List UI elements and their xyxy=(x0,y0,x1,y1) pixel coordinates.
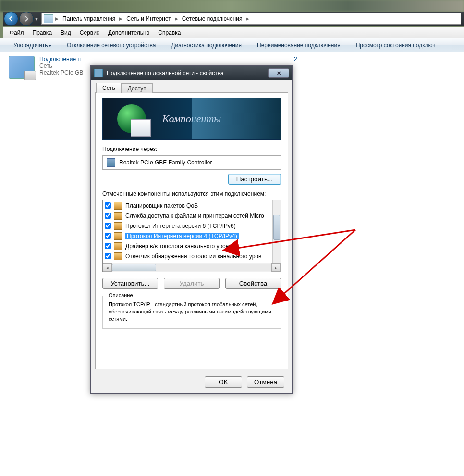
menu-advanced[interactable]: Дополнительно xyxy=(104,28,153,37)
checklist-icon xyxy=(131,119,151,137)
nav-history-dropdown[interactable]: ▾ xyxy=(34,12,39,25)
address-bar[interactable]: ▶ Панель управления ▶ Сеть и Интернет ▶ … xyxy=(41,13,461,25)
description-text: Протокол TCP/IP - стандартный протокол г… xyxy=(109,301,275,323)
connection-name: Подключение п xyxy=(39,56,83,63)
dialog-title: Подключение по локальной сети - свойства xyxy=(107,70,264,76)
protocol-icon xyxy=(114,222,122,230)
protocol-icon xyxy=(114,252,122,260)
component-checkbox[interactable] xyxy=(105,233,111,239)
component-checkbox[interactable] xyxy=(105,243,111,249)
menu-bar: Файл Правка Вид Сервис Дополнительно Спр… xyxy=(3,27,464,38)
back-button[interactable] xyxy=(4,12,18,26)
dialog-body: Сеть Доступ Компоненты Подключение через… xyxy=(91,80,292,393)
components-label: Отмеченные компоненты используются этим … xyxy=(102,190,275,197)
component-checkbox[interactable] xyxy=(105,223,111,229)
chevron-right-icon[interactable]: ▶ xyxy=(245,16,250,21)
component-row[interactable]: Драйвер в/в тополога канального уровня xyxy=(103,241,273,251)
view-status-button[interactable]: Просмотр состояния подключ xyxy=(348,42,443,49)
scrollbar-thumb[interactable] xyxy=(273,215,280,240)
ok-button[interactable]: OK xyxy=(205,376,242,388)
component-label: Планировщик пакетов QoS xyxy=(125,202,198,209)
explorer-navbar: ▾ ▶ Панель управления ▶ Сеть и Интернет … xyxy=(3,12,464,26)
dialog-icon xyxy=(94,69,103,77)
dialog-titlebar[interactable]: Подключение по локальной сети - свойства… xyxy=(91,66,292,80)
vertical-scrollbar[interactable] xyxy=(272,200,281,263)
tab-page-network: Компоненты Подключение через: Realtek PC… xyxy=(95,92,288,369)
breadcrumb-item[interactable]: Сетевые подключения xyxy=(180,13,244,24)
properties-button[interactable]: Свойства xyxy=(225,278,281,289)
component-row[interactable]: Планировщик пакетов QoS xyxy=(103,200,273,211)
folder-icon xyxy=(44,14,53,23)
component-label: Драйвер в/в тополога канального уровня xyxy=(125,243,235,250)
horizontal-scrollbar[interactable]: ◂ ▸ xyxy=(102,263,281,272)
connect-via-label: Подключение через: xyxy=(102,146,281,152)
menu-file[interactable]: Файл xyxy=(6,28,28,37)
forward-button[interactable] xyxy=(19,12,34,26)
scrollbar-thumb[interactable] xyxy=(112,264,156,271)
component-label: Ответчик обнаружения топологии канальног… xyxy=(125,253,261,260)
menu-tools[interactable]: Сервис xyxy=(76,28,103,37)
banner-shine xyxy=(192,98,281,139)
component-row[interactable]: Протокол Интернета версии 4 (TCP/IPv4) xyxy=(103,231,273,241)
configure-button[interactable]: Настроить... xyxy=(228,174,281,185)
properties-dialog: Подключение по локальной сети - свойства… xyxy=(90,65,293,394)
connection-item[interactable]: Подключение п Сеть Realtek PCIe GB xyxy=(9,56,83,79)
install-button[interactable]: Установить... xyxy=(102,278,158,289)
menu-edit[interactable]: Правка xyxy=(29,28,56,37)
component-checkbox[interactable] xyxy=(105,202,111,209)
protocol-icon xyxy=(114,212,122,220)
window-chrome-bg xyxy=(0,0,464,12)
component-label: Протокол Интернета версии 4 (TCP/IPv4) xyxy=(125,233,239,239)
breadcrumb-item[interactable]: Сеть и Интернет xyxy=(124,13,172,24)
chevron-right-icon[interactable]: ▶ xyxy=(174,16,179,21)
connection-network: Сеть xyxy=(39,63,83,69)
menu-help[interactable]: Справка xyxy=(154,28,184,37)
component-checkbox[interactable] xyxy=(105,213,111,219)
scrollbar-track[interactable] xyxy=(112,264,271,271)
disable-device-button[interactable]: Отключение сетевого устройства xyxy=(59,42,163,49)
tab-strip: Сеть Доступ xyxy=(96,83,153,93)
chevron-right-icon[interactable]: ▶ xyxy=(118,16,123,21)
tab-access[interactable]: Доступ xyxy=(122,83,153,93)
component-checkbox[interactable] xyxy=(105,253,111,259)
components-listbox[interactable]: Планировщик пакетов QoSСлужба доступа к … xyxy=(102,200,281,263)
breadcrumb-item[interactable]: Панель управления xyxy=(61,13,117,24)
adapter-icon xyxy=(107,158,115,167)
organize-menu[interactable]: Упорядочить xyxy=(6,42,59,49)
menu-view[interactable]: Вид xyxy=(57,28,75,37)
components-banner: Компоненты xyxy=(102,98,281,140)
remove-button: Удалить xyxy=(164,278,220,289)
cancel-button[interactable]: Отмена xyxy=(247,376,284,388)
connection-adapter: Realtek PCIe GB xyxy=(39,69,83,76)
command-bar: Упорядочить Отключение сетевого устройст… xyxy=(0,38,464,53)
description-group: Описание Протокол TCP/IP - стандартный п… xyxy=(102,296,281,329)
network-adapter-icon xyxy=(9,56,35,79)
scroll-left-button[interactable]: ◂ xyxy=(103,263,112,272)
background-item-fragment: 2 xyxy=(294,56,297,63)
protocol-icon xyxy=(114,232,122,240)
adapter-name: Realtek PCIe GBE Family Controller xyxy=(119,159,212,166)
protocol-icon xyxy=(114,242,122,250)
close-button[interactable]: ✕ xyxy=(268,68,289,78)
component-label: Протокол Интернета версии 6 (TCP/IPv6) xyxy=(125,223,236,229)
rename-button[interactable]: Переименование подключения xyxy=(249,42,348,49)
component-label: Служба доступа к файлам и принтерам сете… xyxy=(125,213,264,219)
scroll-right-button[interactable]: ▸ xyxy=(271,263,281,272)
adapter-field: Realtek PCIe GBE Family Controller xyxy=(102,155,281,170)
dialog-actions: OK Отмена xyxy=(205,376,284,388)
description-legend: Описание xyxy=(107,292,135,298)
connection-labels: Подключение п Сеть Realtek PCIe GB xyxy=(39,56,83,79)
tab-network[interactable]: Сеть xyxy=(96,83,122,93)
chevron-right-icon[interactable]: ▶ xyxy=(54,16,60,21)
component-row[interactable]: Ответчик обнаружения топологии канальног… xyxy=(103,251,273,261)
protocol-icon xyxy=(114,202,122,210)
component-row[interactable]: Протокол Интернета версии 6 (TCP/IPv6) xyxy=(103,221,273,231)
component-row[interactable]: Служба доступа к файлам и принтерам сете… xyxy=(103,211,273,221)
diagnose-button[interactable]: Диагностика подключения xyxy=(163,42,249,49)
